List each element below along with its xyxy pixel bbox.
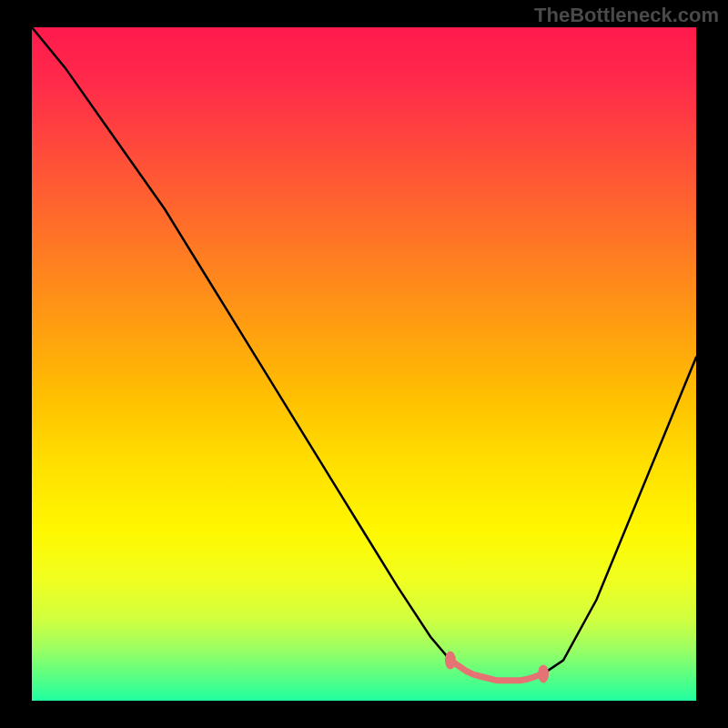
highlight-segment	[450, 661, 543, 681]
plot-area	[32, 27, 696, 701]
bottleneck-curve	[32, 27, 696, 681]
curve-svg	[32, 27, 696, 701]
highlight-markers	[445, 652, 549, 683]
highlight-marker	[445, 652, 456, 670]
watermark-text: TheBottleneck.com	[534, 4, 719, 27]
highlight-marker	[538, 664, 549, 682]
